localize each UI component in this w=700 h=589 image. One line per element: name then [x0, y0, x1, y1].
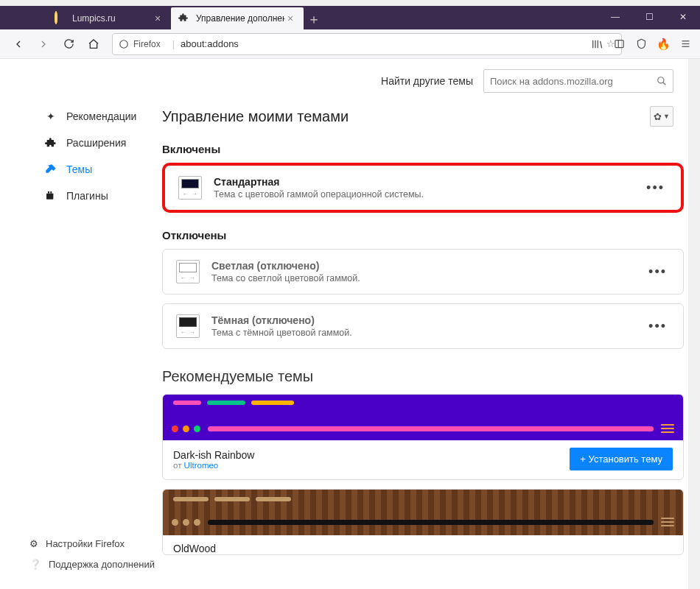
- window-controls: — ☐ ✕: [598, 6, 700, 28]
- url-bar[interactable]: Firefox | about:addons ☆: [112, 33, 622, 55]
- window-titlebar-spacer: [0, 0, 700, 6]
- theme-card-dark[interactable]: Тёмная (отключено) Тема с тёмной цветово…: [162, 303, 684, 349]
- page-title: Управление моими темами: [162, 108, 349, 125]
- help-icon: ❔: [29, 559, 41, 570]
- close-tab-icon[interactable]: ×: [152, 13, 164, 24]
- recommended-theme-card: OldWood: [162, 489, 684, 555]
- tab-lumpics[interactable]: Lumpics.ru ×: [47, 7, 171, 29]
- favicon-lumpics: [55, 13, 66, 24]
- gear-icon: ✿: [654, 111, 662, 122]
- theme-title: Светлая (отключено): [211, 260, 637, 272]
- support-link[interactable]: ❔ Поддержка дополнений: [29, 554, 155, 574]
- sidebar-item-themes[interactable]: Темы: [29, 156, 162, 183]
- theme-preview: [163, 490, 683, 535]
- favicon-addons: [178, 13, 190, 24]
- maximize-button[interactable]: ☐: [632, 6, 666, 28]
- theme-description: Тема со светлой цветовой гаммой.: [211, 273, 637, 283]
- svg-rect-7: [48, 191, 49, 194]
- more-options-icon[interactable]: •••: [648, 319, 670, 334]
- shield-icon[interactable]: [634, 37, 648, 52]
- theme-card-text: Тёмная (отключено) Тема с тёмной цветово…: [211, 314, 637, 338]
- search-box[interactable]: [483, 69, 673, 93]
- install-theme-button[interactable]: + Установить тему: [570, 448, 673, 470]
- puzzle-icon: [44, 137, 57, 149]
- toolbar-right: 🔥: [589, 37, 693, 52]
- settings-link[interactable]: ⚙ Настройки Firefox: [29, 533, 155, 554]
- theme-thumbnail: [176, 314, 200, 338]
- close-window-button[interactable]: ✕: [666, 6, 700, 28]
- rec-theme-name: OldWood: [173, 543, 216, 554]
- tab-strip: Lumpics.ru × Управление дополнениями × ＋…: [0, 6, 700, 29]
- support-label: Поддержка дополнений: [49, 559, 155, 570]
- firefox-identity-icon: [119, 39, 129, 49]
- sidebar-footer: ⚙ Настройки Firefox ❔ Поддержка дополнен…: [29, 533, 155, 574]
- minimize-button[interactable]: —: [598, 6, 632, 28]
- tools-gear-button[interactable]: ✿ ▼: [650, 106, 673, 127]
- author-link[interactable]: Ultromeo: [184, 461, 219, 470]
- addons-page: ✦ Рекомендации Расширения Темы Плагины ⚙…: [0, 59, 700, 589]
- recommended-themes-block: Рекомендуемые темы Dark-ish Rainbow от U…: [162, 368, 684, 555]
- addons-sidebar: ✦ Рекомендации Расширения Темы Плагины ⚙…: [0, 59, 162, 589]
- find-more-label: Найти другие темы: [381, 75, 473, 87]
- chevron-down-icon: ▼: [663, 113, 670, 120]
- addons-main: Найти другие темы Управление моими темам…: [162, 59, 700, 589]
- rec-theme-author: от Ultromeo: [173, 461, 254, 470]
- section-disabled-title: Отключены: [162, 229, 684, 241]
- more-options-icon[interactable]: •••: [648, 264, 670, 280]
- sidebar-item-recommendations[interactable]: ✦ Рекомендации: [29, 103, 162, 130]
- new-tab-button[interactable]: ＋: [304, 9, 324, 29]
- svg-rect-8: [50, 191, 52, 194]
- search-input[interactable]: [490, 76, 657, 87]
- search-row: Найти другие темы: [162, 59, 684, 103]
- sidebar-item-label: Расширения: [66, 137, 126, 149]
- url-text: about:addons: [181, 38, 601, 49]
- back-button[interactable]: [7, 33, 29, 55]
- gear-icon: ⚙: [29, 538, 38, 549]
- svg-rect-1: [615, 40, 623, 48]
- settings-label: Настройки Firefox: [46, 538, 125, 549]
- app-menu-icon[interactable]: [678, 37, 693, 52]
- sidebar-item-label: Плагины: [66, 190, 108, 202]
- search-icon[interactable]: [657, 76, 667, 86]
- hamburger-icon: [661, 424, 674, 433]
- theme-description: Тема с цветовой гаммой операционной сист…: [214, 189, 634, 200]
- identity-box[interactable]: Firefox: [119, 39, 167, 49]
- forward-button[interactable]: [32, 33, 55, 55]
- tab-label: Управление дополнениями: [196, 13, 284, 24]
- extension-flame-icon[interactable]: 🔥: [656, 37, 671, 52]
- svg-rect-6: [46, 194, 53, 200]
- theme-title: Стандартная: [214, 176, 634, 188]
- svg-line-10: [663, 82, 666, 85]
- svg-point-0: [120, 40, 128, 48]
- theme-title: Тёмная (отключено): [211, 314, 637, 326]
- library-icon[interactable]: [589, 37, 604, 52]
- sidebar-item-plugins[interactable]: Плагины: [29, 183, 162, 209]
- recommended-theme-card: Dark-ish Rainbow от Ultromeo + Установит…: [162, 394, 684, 480]
- theme-thumbnail: [178, 176, 202, 200]
- theme-description: Тема с тёмной цветовой гаммой.: [211, 328, 637, 338]
- plugin-icon: [44, 190, 57, 202]
- more-options-icon[interactable]: •••: [646, 180, 668, 196]
- theme-card-standard[interactable]: Стандартная Тема с цветовой гаммой опера…: [162, 163, 684, 213]
- recommended-title: Рекомендуемые темы: [162, 368, 684, 385]
- brush-icon: [44, 163, 57, 175]
- reload-button[interactable]: [57, 33, 80, 55]
- nav-toolbar: Firefox | about:addons ☆ 🔥: [0, 29, 700, 59]
- rec-theme-name: Dark-ish Rainbow: [173, 449, 254, 461]
- home-button[interactable]: [83, 33, 105, 55]
- sidebar-item-label: Темы: [66, 163, 92, 175]
- page-header-row: Управление моими темами ✿ ▼: [162, 103, 684, 127]
- close-tab-icon[interactable]: ×: [284, 13, 296, 24]
- sidebar-item-extensions[interactable]: Расширения: [29, 130, 162, 156]
- theme-thumbnail: [176, 260, 200, 283]
- sidebar-icon[interactable]: [612, 37, 626, 52]
- theme-card-light[interactable]: Светлая (отключено) Тема со светлой цвет…: [162, 249, 684, 294]
- svg-point-9: [658, 77, 664, 83]
- sparkle-icon: ✦: [44, 110, 57, 122]
- section-enabled-title: Включены: [162, 143, 684, 155]
- identity-text: Firefox: [133, 39, 161, 49]
- tab-addons[interactable]: Управление дополнениями ×: [171, 7, 304, 29]
- scrollbar[interactable]: [688, 59, 700, 589]
- sidebar-item-label: Рекомендации: [66, 110, 136, 122]
- tab-label: Lumpics.ru: [72, 13, 152, 24]
